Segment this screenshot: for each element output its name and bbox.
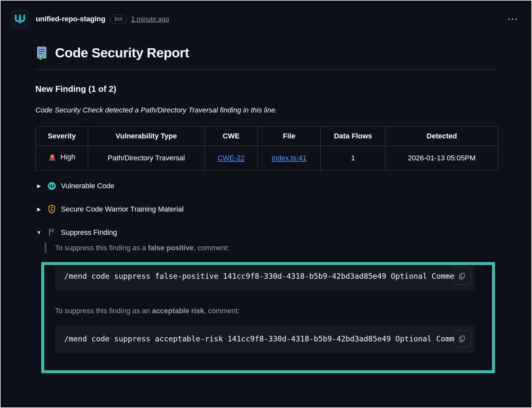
copy-button[interactable] (454, 268, 471, 285)
section-label: Vulnerable Code (61, 182, 114, 190)
copy-icon (459, 335, 466, 342)
instruction-text: , comment: (204, 307, 240, 315)
instruction-emphasis: acceptable risk (152, 307, 204, 315)
col-header-severity: Severity (36, 127, 88, 146)
chevron-right-icon: ▶ (35, 206, 43, 212)
table-row: High Path/Directory Traversal CWE-22 ind… (36, 146, 498, 171)
section-label: Suppress Finding (61, 228, 117, 237)
title-divider (35, 69, 497, 70)
section-vulnerable-code[interactable]: ▶ Vulnerable Code (35, 178, 497, 194)
severity-value: High (60, 153, 75, 161)
instruction-text: To suppress this finding as a (55, 244, 148, 252)
cwe-cell: CWE-22 (205, 146, 258, 171)
siren-icon (48, 153, 56, 161)
suppress-section-content: To suppress this finding as a false posi… (45, 242, 497, 373)
author-username[interactable]: unified-repo-staging (36, 15, 105, 23)
data-flows-cell: 1 (321, 146, 386, 171)
table-header-row: Severity Vulnerability Type CWE File Dat… (36, 127, 498, 146)
col-header-vulnerability-type: Vulnerability Type (88, 127, 205, 146)
col-header-file: File (258, 127, 321, 146)
suppress-ar-instruction: To suppress this finding as an acceptabl… (55, 305, 497, 316)
mend-logo-icon (14, 13, 26, 25)
suppress-fp-instruction: To suppress this finding as a false posi… (45, 242, 497, 254)
comment-card: unified-repo-staging bot 1 minute ago Co… (0, 0, 532, 408)
bot-badge: bot (110, 14, 127, 24)
instruction-text: To suppress this finding as an (55, 307, 152, 315)
severity-cell: High (36, 146, 88, 171)
instruction-text: , comment: (194, 244, 229, 252)
kebab-menu-icon[interactable] (505, 16, 520, 23)
suppress-commands-zone: /mend code suppress false-positive 141cc… (55, 262, 497, 373)
comment-body: Code Security Report New Finding (1 of 2… (35, 45, 497, 373)
command-text: /mend code suppress false-positive 141cc… (64, 272, 464, 280)
copy-button[interactable] (454, 330, 471, 347)
command-text: /mend code suppress acceptable-risk 141c… (64, 335, 468, 343)
comment-header: unified-repo-staging bot 1 minute ago (1, 1, 531, 28)
section-label: Secure Code Warrior Training Material (61, 205, 184, 214)
col-header-cwe: CWE (205, 127, 258, 146)
col-header-data-flows: Data Flows (321, 127, 386, 146)
finding-heading: New Finding (1 of 2) (35, 84, 497, 94)
timestamp-link[interactable]: 1 minute ago (131, 15, 169, 23)
detected-cell: 2026-01-13 05:05PM (386, 146, 498, 171)
col-header-detected: Detected (386, 127, 498, 146)
instruction-emphasis: false positive (148, 244, 194, 252)
copy-icon (459, 273, 466, 280)
cwe-link[interactable]: CWE-22 (218, 154, 245, 162)
suppress-ar-command-block: /mend code suppress acceptable-risk 141c… (55, 325, 475, 353)
finding-description: Code Security Check detected a Path/Dire… (35, 106, 497, 114)
suppress-fp-command-block: /mend code suppress false-positive 141cc… (55, 262, 475, 290)
file-cell: index.ts:41 (258, 146, 321, 171)
vulnerability-type-cell: Path/Directory Traversal (88, 146, 205, 171)
report-title-row: Code Security Report (35, 45, 497, 61)
memo-check-icon (35, 46, 48, 60)
black-flag-icon (47, 228, 56, 237)
mend-badge-icon (47, 182, 56, 190)
shield-icon (47, 205, 56, 214)
chevron-right-icon: ▶ (35, 183, 43, 189)
chevron-down-icon: ▼ (35, 230, 43, 235)
file-link[interactable]: index.ts:41 (272, 154, 306, 162)
page-title: Code Security Report (55, 45, 189, 61)
section-training-material[interactable]: ▶ Secure Code Warrior Training Material (35, 201, 497, 217)
findings-table: Severity Vulnerability Type CWE File Dat… (35, 126, 498, 171)
avatar[interactable] (11, 10, 28, 28)
section-suppress-finding[interactable]: ▼ Suppress Finding (35, 225, 497, 240)
